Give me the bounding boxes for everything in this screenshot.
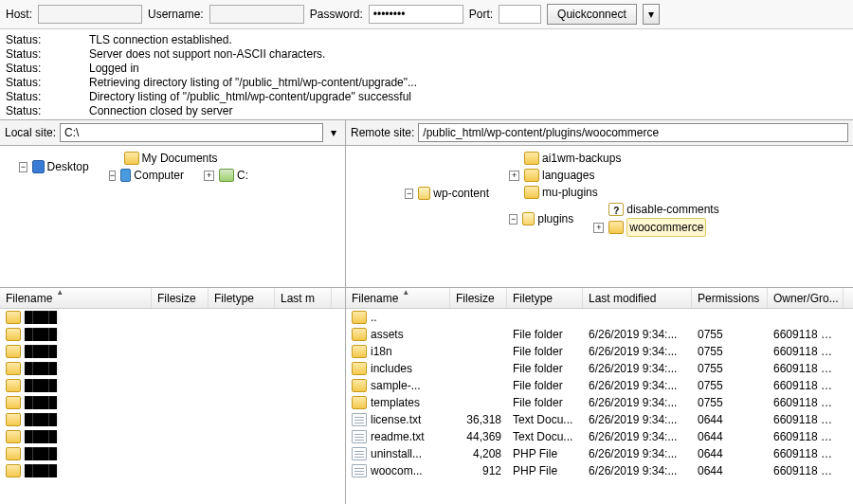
list-row[interactable]: woocom...912PHP File6/26/2019 9:34:...06… <box>346 462 853 479</box>
tree-item-languages[interactable]: languages <box>542 167 594 184</box>
col-filetype[interactable]: Filetype <box>507 288 583 308</box>
list-row-parent[interactable]: .. <box>346 309 853 326</box>
folder-icon <box>352 328 367 341</box>
list-row[interactable]: ████ <box>0 394 345 411</box>
file-icon <box>352 430 367 443</box>
expand-toggle[interactable]: − <box>509 214 517 225</box>
folder-icon <box>352 362 367 375</box>
col-filename[interactable]: Filename▲ <box>346 288 450 308</box>
expand-toggle[interactable]: + <box>204 171 214 181</box>
tree-item-ai1wm[interactable]: ai1wm-backups <box>542 150 621 167</box>
tree-item-wpcontent[interactable]: wp-content <box>433 185 489 202</box>
folder-icon <box>522 212 535 225</box>
tree-item-desktop[interactable]: Desktop <box>47 158 89 175</box>
list-row[interactable]: i18nFile folder6/26/2019 9:34:...0755660… <box>346 343 853 360</box>
quickconnect-dropdown-button[interactable]: ▾ <box>643 4 660 25</box>
cell-filename: readme.txt <box>371 430 425 443</box>
list-row[interactable]: license.txt36,318Text Docu...6/26/2019 9… <box>346 411 853 428</box>
password-input[interactable] <box>369 5 463 24</box>
cell-filetype: File folder <box>507 345 583 358</box>
remote-path-input[interactable] <box>418 123 848 142</box>
expand-toggle[interactable]: − <box>19 162 27 172</box>
host-label: Host: <box>6 8 32 21</box>
col-filesize[interactable]: Filesize <box>450 288 507 308</box>
tree-item-woocommerce[interactable]: woocommerce <box>626 218 706 237</box>
list-row[interactable]: readme.txt44,369Text Docu...6/26/2019 9:… <box>346 428 853 445</box>
remote-file-list[interactable]: Filename▲ Filesize Filetype Last modifie… <box>346 288 853 504</box>
local-site-bar: Local site: ▾ <box>0 120 345 146</box>
list-row[interactable]: ████ <box>0 360 345 377</box>
local-file-list[interactable]: Filename▲ Filesize Filetype Last m █████… <box>0 288 345 504</box>
folder-icon <box>352 396 367 409</box>
tree-item-mydocuments[interactable]: My Documents <box>142 150 218 167</box>
cell-lastmodified: 6/26/2019 9:34:... <box>583 464 692 477</box>
folder-icon <box>524 169 539 182</box>
list-row[interactable]: assetsFile folder6/26/2019 9:34:...07556… <box>346 326 853 343</box>
cell-owner: 6609118 66... <box>768 345 844 358</box>
list-row[interactable]: uninstall...4,208PHP File6/26/2019 9:34:… <box>346 445 853 462</box>
unknown-icon <box>608 203 624 216</box>
log-line: Status:Logged in <box>6 62 847 76</box>
tree-item-muplugins[interactable]: mu-plugins <box>542 184 598 201</box>
file-icon <box>352 464 367 477</box>
list-row[interactable]: ████ <box>0 326 345 343</box>
cell-filesize: 4,208 <box>450 447 507 460</box>
cell-filetype: PHP File <box>507 447 583 460</box>
list-row[interactable]: sample-...File folder6/26/2019 9:34:...0… <box>346 377 853 394</box>
expand-toggle[interactable]: + <box>509 171 519 181</box>
folder-icon <box>418 187 430 200</box>
list-row[interactable]: ████ <box>0 411 345 428</box>
list-row[interactable]: ████ <box>0 377 345 394</box>
username-input[interactable] <box>209 5 304 24</box>
local-path-input[interactable] <box>60 123 323 142</box>
cell-filetype: PHP File <box>507 464 583 477</box>
remote-list-header[interactable]: Filename▲ Filesize Filetype Last modifie… <box>346 288 853 309</box>
computer-icon <box>120 169 131 182</box>
quickconnect-button[interactable]: Quickconnect <box>547 4 637 25</box>
local-pane: Local site: ▾ −Desktop My Documents −Com… <box>0 120 346 504</box>
col-permissions[interactable]: Permissions <box>692 288 768 308</box>
list-row[interactable]: ████ <box>0 445 345 462</box>
list-row[interactable]: ████ <box>0 462 345 479</box>
list-row[interactable]: ████ <box>0 428 345 445</box>
cell-owner: 6609118 66... <box>768 464 844 477</box>
tree-item-computer[interactable]: Computer <box>134 167 184 184</box>
local-path-dropdown-icon[interactable]: ▾ <box>327 126 340 139</box>
tree-item-disable-comments[interactable]: disable-comments <box>626 201 718 218</box>
list-row[interactable]: templatesFile folder6/26/2019 9:34:...07… <box>346 394 853 411</box>
cell-permissions: 0755 <box>692 396 768 409</box>
host-input[interactable] <box>38 5 142 24</box>
cell-filename: i18n <box>371 345 392 358</box>
tree-item-c-drive[interactable]: C: <box>237 167 248 184</box>
folder-icon <box>6 345 21 358</box>
cell-filetype: File folder <box>507 362 583 375</box>
local-tree[interactable]: −Desktop My Documents −Computer +C: <box>0 146 345 288</box>
col-owner[interactable]: Owner/Gro... <box>768 288 844 308</box>
log-message: Connection closed by server <box>89 104 232 118</box>
cell-owner: 6609118 66... <box>768 413 844 426</box>
tree-item-plugins[interactable]: plugins <box>537 210 573 227</box>
log-label: Status: <box>6 33 72 47</box>
folder-icon <box>6 413 21 426</box>
cell-permissions: 0644 <box>692 447 768 460</box>
col-lastmodified[interactable]: Last m <box>275 288 332 308</box>
port-input[interactable] <box>499 5 541 24</box>
cell-permissions: 0644 <box>692 413 768 426</box>
cell-lastmodified: 6/26/2019 9:34:... <box>583 447 692 460</box>
list-row[interactable]: ████ <box>0 309 345 326</box>
desktop-icon <box>32 160 45 173</box>
list-row[interactable]: includesFile folder6/26/2019 9:34:...075… <box>346 360 853 377</box>
cell-lastmodified: 6/26/2019 9:34:... <box>583 328 692 341</box>
list-row[interactable]: ████ <box>0 343 345 360</box>
local-list-header[interactable]: Filename▲ Filesize Filetype Last m <box>0 288 345 309</box>
expand-toggle[interactable]: − <box>109 171 117 181</box>
cell-owner: 6609118 66... <box>768 430 844 443</box>
col-filesize[interactable]: Filesize <box>152 288 209 308</box>
col-filename[interactable]: Filename▲ <box>0 288 152 308</box>
expand-toggle[interactable]: + <box>593 223 604 233</box>
col-filetype[interactable]: Filetype <box>209 288 275 308</box>
remote-tree[interactable]: −wp-content ai1wm-backups +languages mu-… <box>346 146 853 288</box>
cell-lastmodified: 6/26/2019 9:34:... <box>583 345 692 358</box>
expand-toggle[interactable]: − <box>405 189 413 199</box>
col-lastmodified[interactable]: Last modified <box>583 288 692 308</box>
